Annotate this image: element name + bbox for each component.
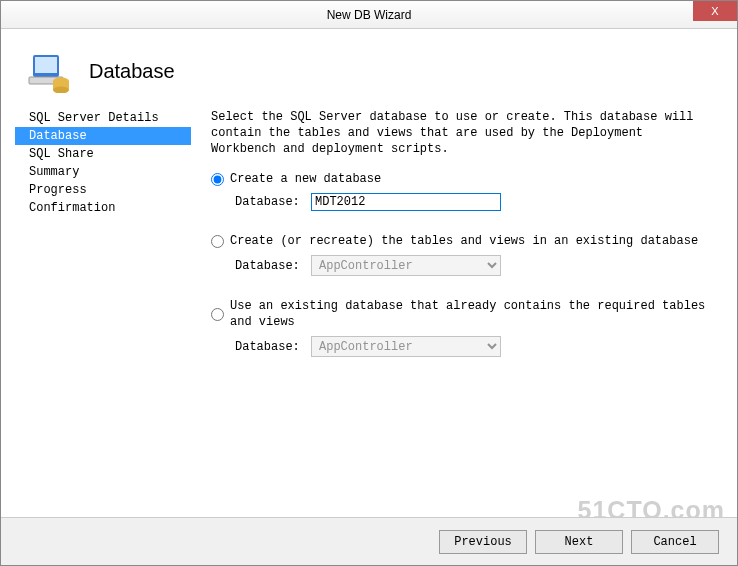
step-database[interactable]: Database: [15, 127, 191, 145]
wizard-main-panel: Select the SQL Server database to use or…: [191, 105, 723, 505]
select-existing-database[interactable]: AppController: [311, 336, 501, 357]
step-sql-share[interactable]: SQL Share: [15, 145, 191, 163]
wizard-steps-sidebar: SQL Server Details Database SQL Share Su…: [15, 105, 191, 505]
page-title: Database: [89, 60, 175, 83]
select-recreate-database[interactable]: AppController: [311, 255, 501, 276]
wizard-header: Database: [1, 29, 737, 105]
svg-rect-1: [35, 57, 57, 73]
close-button[interactable]: X: [693, 1, 737, 21]
wizard-footer: Previous Next Cancel: [1, 517, 737, 565]
step-sql-server-details[interactable]: SQL Server Details: [15, 109, 191, 127]
radio-existing[interactable]: [211, 308, 224, 321]
cancel-button[interactable]: Cancel: [631, 530, 719, 554]
step-summary[interactable]: Summary: [15, 163, 191, 181]
field-label-recreate: Database:: [235, 258, 305, 274]
option-recreate: Create (or recreate) the tables and view…: [211, 233, 715, 276]
radio-recreate[interactable]: [211, 235, 224, 248]
label-create-new: Create a new database: [230, 171, 381, 187]
label-existing: Use an existing database that already co…: [230, 298, 715, 330]
previous-button[interactable]: Previous: [439, 530, 527, 554]
title-bar: New DB Wizard X: [1, 1, 737, 29]
field-label-existing: Database:: [235, 339, 305, 355]
label-recreate: Create (or recreate) the tables and view…: [230, 233, 698, 249]
next-button[interactable]: Next: [535, 530, 623, 554]
input-new-database-name[interactable]: [311, 193, 501, 211]
window-title: New DB Wizard: [327, 8, 412, 22]
option-create-new: Create a new database Database:: [211, 171, 715, 211]
option-existing: Use an existing database that already co…: [211, 298, 715, 357]
database-wizard-icon: [27, 49, 71, 93]
description-text: Select the SQL Server database to use or…: [211, 109, 715, 157]
step-confirmation[interactable]: Confirmation: [15, 199, 191, 217]
field-label-create-new: Database:: [235, 194, 305, 210]
step-progress[interactable]: Progress: [15, 181, 191, 199]
radio-create-new[interactable]: [211, 173, 224, 186]
